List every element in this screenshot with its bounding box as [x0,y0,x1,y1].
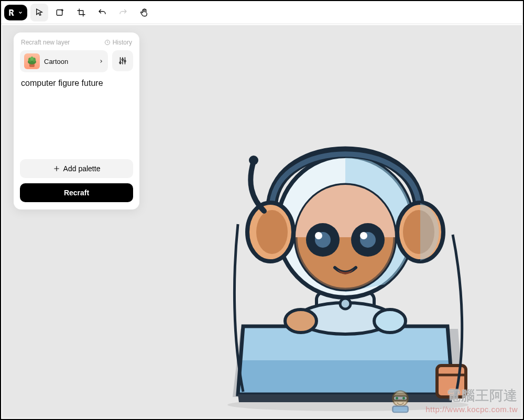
undo-tool[interactable] [93,4,111,21]
svg-point-7 [119,62,121,63]
svg-rect-0 [57,9,62,15]
add-rect-tool[interactable] [51,4,69,21]
logo-menu-button[interactable] [4,5,27,20]
crop-icon [77,8,86,17]
toolbar [1,1,523,24]
redo-icon [118,8,128,17]
svg-point-33 [396,397,398,400]
undo-icon [97,8,107,17]
canvas-area[interactable]: Recraft new layer History [2,25,522,418]
history-button[interactable]: History [104,39,132,46]
svg-point-8 [122,59,124,60]
recraft-logo-icon [7,8,16,17]
redo-tool[interactable] [114,4,132,21]
svg-rect-35 [392,406,408,412]
chevron-down-icon [18,10,23,15]
crop-tool[interactable] [72,4,90,21]
chevron-right-icon [99,59,104,64]
add-palette-label: Add palette [63,164,101,173]
pan-tool[interactable] [135,4,153,21]
svg-point-34 [402,397,405,400]
hand-icon [139,8,149,17]
history-label: History [113,39,132,46]
cursor-tool[interactable] [30,4,48,21]
svg-point-30 [249,156,258,165]
rect-plus-icon [56,8,65,17]
svg-point-15 [285,310,316,333]
sliders-icon [118,56,127,65]
svg-point-16 [374,310,406,333]
recraft-button[interactable]: Recraft [20,183,133,202]
recraft-panel: Recraft new layer History [14,32,139,209]
style-select[interactable]: Cartoon [20,50,108,72]
svg-rect-32 [394,396,407,400]
svg-point-6 [30,57,34,61]
style-settings-button[interactable] [112,50,133,71]
svg-point-14 [340,299,351,309]
style-label: Cartoon [44,58,68,65]
watermark-mascot-icon [387,388,414,415]
svg-point-27 [256,210,288,254]
panel-title: Recraft new layer [21,39,70,46]
plus-icon [53,165,60,172]
recraft-label: Recraft [64,189,89,197]
history-icon [104,39,111,46]
add-palette-button[interactable]: Add palette [20,159,133,178]
svg-point-25 [360,232,367,239]
cursor-icon [35,8,44,17]
prompt-input[interactable] [20,78,133,156]
svg-point-9 [124,60,126,62]
generated-image[interactable] [201,119,474,413]
svg-rect-11 [437,366,466,397]
style-thumbnail [24,53,40,69]
svg-point-24 [315,232,322,239]
